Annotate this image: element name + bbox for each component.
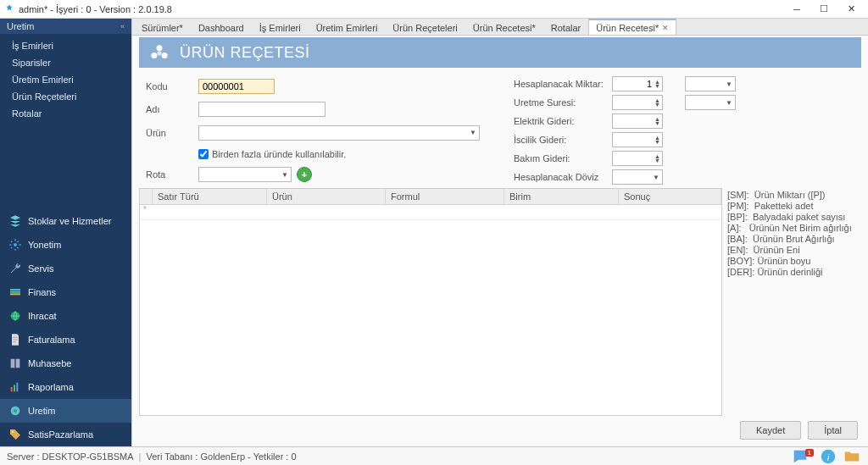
tag-icon bbox=[8, 428, 22, 441]
info-icon[interactable]: i bbox=[819, 449, 837, 464]
tab-dashboard[interactable]: Dashboard bbox=[191, 19, 252, 35]
svg-point-14 bbox=[157, 51, 161, 55]
window-title: admin* - İşyeri : 0 - Version : 2.0.19.8 bbox=[19, 4, 783, 14]
status-auth-label: - Yetkiler : bbox=[248, 451, 288, 462]
tab-urun-recetesi-2[interactable]: Ürün Recetesi*✕ bbox=[588, 19, 676, 35]
uretme-suresi-label: Uretme Suresi: bbox=[514, 97, 607, 108]
layers-icon bbox=[8, 214, 22, 228]
grid-new-row[interactable]: * bbox=[140, 205, 721, 220]
kodu-input[interactable] bbox=[198, 79, 275, 94]
rota-combo[interactable]: ▼ bbox=[198, 167, 292, 182]
sidebar-main-uretim[interactable]: Uretim bbox=[0, 399, 131, 423]
urun-combo[interactable]: ▼ bbox=[198, 125, 480, 141]
col-satir-turu[interactable]: Satır Türü bbox=[153, 189, 267, 204]
add-rota-button[interactable]: + bbox=[297, 167, 312, 182]
tab-uretim-emirleri[interactable]: Üretim Emirleri bbox=[309, 19, 386, 35]
sidebar-main-raporlama[interactable]: Raporlama bbox=[0, 375, 131, 399]
sidebar-main-muhasebe[interactable]: Muhasebe bbox=[0, 352, 131, 375]
urun-label: Ürün bbox=[146, 128, 193, 138]
sidebar-header-label: Uretim bbox=[7, 21, 34, 31]
form-right: Hesaplanacak Miktar: 1▲▼ ▼ Uretme Suresi… bbox=[514, 76, 744, 185]
titlebar: admin* - İşyeri : 0 - Version : 2.0.19.8… bbox=[0, 0, 868, 19]
maximize-button[interactable]: ☐ bbox=[810, 1, 837, 18]
col-urun[interactable]: Ürün bbox=[267, 189, 386, 204]
spinner-icon[interactable]: ▲▼ bbox=[654, 154, 660, 163]
grid-body[interactable]: * bbox=[140, 205, 721, 415]
sidebar-item-urun-receteleri[interactable]: Ürün Reçeteleri bbox=[0, 88, 131, 105]
spinner-icon[interactable]: ▲▼ bbox=[654, 136, 660, 144]
svg-rect-7 bbox=[16, 383, 18, 392]
gear-icon bbox=[8, 238, 22, 252]
multi-product-checkbox-row[interactable]: Birden fazla üründe kullanılabilir. bbox=[198, 149, 480, 159]
spinner-icon[interactable]: ▲▼ bbox=[654, 117, 660, 125]
chevron-down-icon: ▼ bbox=[653, 174, 659, 181]
app-icon bbox=[3, 3, 15, 15]
sidebar-item-is-emirleri[interactable]: İş Emirleri bbox=[0, 37, 131, 54]
sidebar-main-satis[interactable]: SatisPazarlama bbox=[0, 423, 131, 446]
tab-is-emirleri[interactable]: İş Emirleri bbox=[252, 19, 309, 35]
banner-icon bbox=[147, 41, 171, 64]
recipe-grid[interactable]: Satır Türü Ürün Formul Birim Sonuç * bbox=[139, 188, 722, 416]
adi-input[interactable] bbox=[198, 102, 326, 117]
sidebar-item-rotalar[interactable]: Rotalar bbox=[0, 105, 131, 122]
notification-badge: 1 bbox=[805, 449, 814, 457]
uretme-suresi-spin[interactable]: ▲▼ bbox=[612, 95, 663, 110]
uretme-suresi-unit-combo[interactable]: ▼ bbox=[685, 95, 736, 110]
bakim-spin[interactable]: ▲▼ bbox=[612, 151, 663, 166]
sidebar-main-ihracat[interactable]: Ihracat bbox=[0, 304, 131, 328]
globe-icon bbox=[8, 309, 22, 323]
stack-icon bbox=[8, 285, 22, 299]
sidebar-item-siparisler[interactable]: Siparisler bbox=[0, 54, 131, 71]
svg-point-10 bbox=[12, 431, 14, 433]
close-button[interactable]: ✕ bbox=[837, 1, 865, 18]
sidebar-main-servis[interactable]: Servis bbox=[0, 257, 131, 280]
folder-icon[interactable] bbox=[843, 449, 861, 464]
hesap-miktar-spin[interactable]: 1▲▼ bbox=[612, 76, 663, 91]
col-formul[interactable]: Formul bbox=[386, 189, 504, 204]
sidebar-main-yonetim[interactable]: Yonetim bbox=[0, 233, 131, 257]
sidebar-section-header[interactable]: Uretim « bbox=[0, 19, 131, 34]
sidebar-main-faturalama[interactable]: Faturalama bbox=[0, 328, 131, 352]
tab-close-icon[interactable]: ✕ bbox=[662, 24, 669, 32]
hesap-miktar-label: Hesaplanacak Miktar: bbox=[514, 79, 607, 89]
iscilik-spin[interactable]: ▲▼ bbox=[612, 132, 663, 147]
doviz-combo[interactable]: ▼ bbox=[612, 169, 663, 185]
status-server-label: Server : bbox=[7, 451, 40, 462]
wrench-icon bbox=[8, 262, 22, 275]
sidebar: Uretim « İş Emirleri Siparisler Üretim E… bbox=[0, 19, 131, 446]
multi-product-checkbox[interactable] bbox=[198, 149, 209, 159]
spinner-icon[interactable]: ▲▼ bbox=[654, 98, 660, 107]
col-birim[interactable]: Birim bbox=[504, 189, 619, 204]
tab-urun-recetesi-1[interactable]: Ürün Recetesi* bbox=[465, 19, 543, 35]
footer-buttons: Kaydet İptal bbox=[139, 416, 861, 440]
tab-urun-receteleri[interactable]: Ürün Reçeteleri bbox=[385, 19, 465, 35]
doviz-label: Hesaplanacak Döviz bbox=[514, 172, 607, 182]
svg-rect-6 bbox=[14, 385, 15, 391]
svg-rect-5 bbox=[11, 387, 13, 391]
spinner-icon[interactable]: ▲▼ bbox=[654, 80, 660, 88]
doc-icon bbox=[8, 333, 22, 346]
elektrik-spin[interactable]: ▲▼ bbox=[612, 113, 663, 129]
hesap-miktar-unit-combo[interactable]: ▼ bbox=[685, 76, 736, 91]
formula-legend: [SM]: Ürün Miktarı ([P]) [PM]: Paketteki… bbox=[727, 188, 861, 416]
rota-label: Rota bbox=[146, 169, 193, 180]
section-banner: ÜRÜN REÇETESİ bbox=[139, 37, 861, 68]
sidebar-main-finans[interactable]: Finans bbox=[0, 280, 131, 304]
banner-title: ÜRÜN REÇETESİ bbox=[180, 44, 310, 62]
svg-point-13 bbox=[162, 53, 168, 58]
status-db: GoldenErp bbox=[200, 451, 245, 462]
svg-rect-1 bbox=[10, 293, 20, 295]
col-sonuc[interactable]: Sonuç bbox=[619, 189, 721, 204]
tab-rotalar[interactable]: Rotalar bbox=[543, 19, 588, 35]
collapse-icon[interactable]: « bbox=[120, 22, 125, 30]
minimize-button[interactable]: ─ bbox=[783, 1, 810, 18]
sidebar-item-uretim-emirleri[interactable]: Üretim Emirleri bbox=[0, 71, 131, 88]
sidebar-main-stoklar[interactable]: Stoklar ve Hizmetler bbox=[0, 209, 131, 233]
svg-point-12 bbox=[151, 53, 157, 58]
chart-icon bbox=[8, 380, 22, 394]
save-button[interactable]: Kaydet bbox=[740, 421, 801, 440]
cancel-button[interactable]: İptal bbox=[808, 421, 858, 440]
tab-surumler[interactable]: Sürümler* bbox=[134, 19, 191, 35]
chevron-down-icon: ▼ bbox=[726, 80, 732, 88]
svg-point-9 bbox=[14, 409, 17, 412]
